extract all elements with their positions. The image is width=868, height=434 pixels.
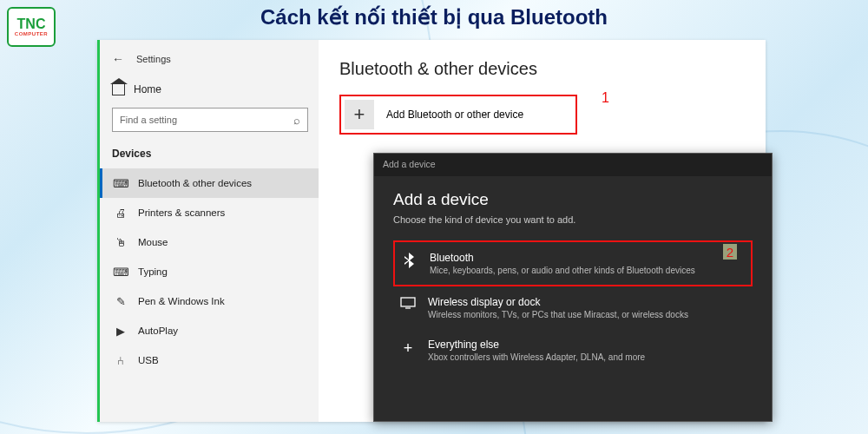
category-header: Devices [100, 142, 319, 168]
svg-rect-0 [401, 298, 415, 306]
dialog-heading: Add a device [393, 190, 753, 209]
page-title: Cách kết nối thiết bị qua Bluetooth [0, 5, 868, 30]
nav-label: Mouse [138, 237, 168, 247]
sidebar-item-4[interactable]: ✎Pen & Windows Ink [100, 286, 319, 316]
dialog-option-plus[interactable]: +Everything elseXbox controllers with Wi… [393, 329, 753, 372]
option-title: Wireless display or dock [428, 296, 688, 308]
home-label: Home [134, 83, 161, 95]
back-icon[interactable]: ← [112, 52, 124, 66]
annotation-2: 2 [723, 244, 737, 260]
nav-label: USB [138, 355, 159, 365]
add-device-dialog: Add a device Add a device Choose the kin… [373, 153, 773, 422]
bluetooth-icon [402, 253, 418, 271]
search-input[interactable]: Find a setting ⌕ [112, 108, 308, 132]
plus-icon: + [400, 339, 416, 358]
nav-label: Printers & scanners [138, 207, 225, 218]
window-title: Settings [136, 54, 171, 64]
display-icon [400, 297, 416, 312]
home-icon [112, 84, 125, 95]
sidebar-item-3[interactable]: ⌨Typing [100, 257, 319, 286]
option-title: Everything else [428, 339, 645, 351]
nav-icon: ⑃ [114, 354, 128, 366]
annotation-1: 1 [602, 90, 609, 106]
sidebar-item-5[interactable]: ▶AutoPlay [100, 316, 319, 345]
settings-sidebar: ← Settings Home Find a setting ⌕ Devices… [100, 40, 319, 422]
dialog-option-bluetooth[interactable]: BluetoothMice, keyboards, pens, or audio… [393, 240, 753, 286]
search-placeholder: Find a setting [120, 115, 177, 125]
nav-label: Typing [138, 266, 168, 277]
option-title: Bluetooth [430, 252, 695, 264]
sidebar-item-6[interactable]: ⑃USB [100, 345, 319, 375]
nav-label: Pen & Windows Ink [138, 296, 225, 306]
search-icon: ⌕ [293, 114, 300, 127]
option-desc: Mice, keyboards, pens, or audio and othe… [430, 266, 695, 275]
sidebar-item-1[interactable]: 🖨Printers & scanners [100, 198, 319, 227]
sidebar-item-home[interactable]: Home [100, 69, 319, 108]
nav-icon: ⌨ [114, 266, 128, 278]
main-heading: Bluetooth & other devices [339, 59, 745, 79]
nav-icon: ⌨ [114, 177, 128, 189]
option-desc: Wireless monitors, TVs, or PCs that use … [428, 310, 688, 319]
nav-icon: 🖱 [114, 236, 128, 248]
plus-icon: + [345, 100, 374, 129]
dialog-titlebar: Add a device [374, 154, 772, 176]
sidebar-item-2[interactable]: 🖱Mouse [100, 227, 319, 257]
nav-icon: ✎ [114, 295, 128, 307]
add-device-button[interactable]: + Add Bluetooth or other device [339, 95, 577, 135]
option-desc: Xbox controllers with Wireless Adapter, … [428, 352, 645, 362]
nav-label: Bluetooth & other devices [138, 178, 252, 188]
nav-label: AutoPlay [138, 326, 178, 336]
sidebar-item-0[interactable]: ⌨Bluetooth & other devices [100, 168, 319, 198]
dialog-subheading: Choose the kind of device you want to ad… [393, 214, 753, 225]
nav-icon: 🖨 [114, 207, 128, 219]
nav-icon: ▶ [114, 325, 128, 337]
dialog-option-display[interactable]: Wireless display or dockWireless monitor… [393, 286, 753, 329]
add-device-label: Add Bluetooth or other device [386, 108, 523, 121]
